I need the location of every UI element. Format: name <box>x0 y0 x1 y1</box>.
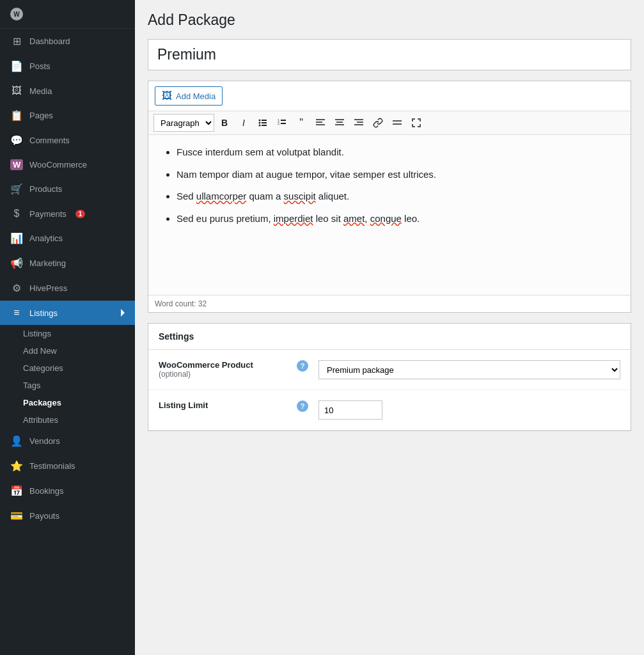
sidebar-item-woocommerce[interactable]: W WooCommerce <box>0 153 135 177</box>
blockquote-button[interactable]: " <box>292 114 310 132</box>
svg-rect-3 <box>262 122 267 123</box>
listing-limit-input[interactable] <box>318 400 382 420</box>
bold-button[interactable]: B <box>216 114 233 132</box>
sidebar-sub-packages[interactable]: Packages <box>0 394 135 411</box>
sidebar-item-label: Products <box>29 184 62 194</box>
listings-submenu: Listings Add New Categories Tags Package… <box>0 325 135 429</box>
sidebar-item-payouts[interactable]: 💳 Payouts <box>0 503 135 528</box>
payments-icon: $ <box>10 208 23 219</box>
sidebar-item-media[interactable]: 🖼 Media <box>0 79 135 103</box>
settings-row-woocommerce-product: WooCommerce Product (optional) ? Premium… <box>148 350 631 390</box>
svg-rect-20 <box>393 123 402 125</box>
sidebar-sub-add-new[interactable]: Add New <box>0 342 135 359</box>
unordered-list-button[interactable] <box>254 114 272 132</box>
ordered-list-button[interactable]: 1.2. <box>273 114 291 132</box>
sidebar-item-analytics[interactable]: 📊 Analytics <box>0 226 135 251</box>
settings-label-sub-product: (optional) <box>159 370 287 379</box>
svg-rect-18 <box>354 124 363 125</box>
settings-label-limit: Listing Limit <box>159 400 287 410</box>
editor-list-item-2: Nam tempor diam at augue tempor, vitae s… <box>177 168 618 182</box>
editor-list-item-3: Sed ullamcorper quam a suscipit aliquet. <box>177 189 618 204</box>
editor-toolbar: Paragraph B I 1.2. " <box>148 111 631 135</box>
sidebar-sub-attributes[interactable]: Attributes <box>0 411 135 429</box>
page-title: Add Package <box>135 0 644 39</box>
package-title-input[interactable] <box>148 39 631 70</box>
svg-rect-7 <box>281 120 286 121</box>
settings-field-col-limit <box>318 400 620 420</box>
analytics-icon: 📊 <box>10 232 23 244</box>
main-content: Add Package 🖼 Add Media Paragraph B I <box>135 0 644 655</box>
settings-help-limit[interactable]: ? <box>297 400 308 412</box>
active-arrow-icon <box>121 309 125 317</box>
spellcheck-imperdiet: imperdiet <box>274 213 313 224</box>
editor-content[interactable]: Fusce interdum sem at volutpat blandit. … <box>148 135 631 295</box>
sidebar-item-dashboard[interactable]: ⊞ Dashboard <box>0 29 135 54</box>
svg-text:2.: 2. <box>278 122 280 125</box>
settings-field-col-product: Premium package <box>318 360 620 379</box>
media-icon: 🖼 <box>10 85 23 97</box>
link-button[interactable] <box>369 114 387 132</box>
sidebar-item-label: Pages <box>29 111 53 120</box>
wp-logo-icon: W <box>10 8 23 20</box>
sidebar-item-payments[interactable]: $ Payments 1 <box>0 201 135 226</box>
hivepress-icon: ⚙ <box>10 282 23 294</box>
sidebar-item-label: Posts <box>29 61 51 71</box>
vendors-icon: 👤 <box>10 435 23 447</box>
add-media-button[interactable]: 🖼 Add Media <box>155 86 223 106</box>
svg-rect-5 <box>262 125 267 126</box>
align-left-button[interactable] <box>311 114 329 132</box>
editor-wrap: 🖼 Add Media Paragraph B I 1.2. " <box>148 81 631 313</box>
svg-rect-16 <box>354 119 363 120</box>
svg-rect-17 <box>357 122 363 123</box>
spellcheck-amet: amet <box>343 213 365 224</box>
svg-point-4 <box>259 125 261 127</box>
sidebar-item-vendors[interactable]: 👤 Vendors <box>0 429 135 454</box>
sidebar-item-label: WooCommerce <box>29 160 87 170</box>
svg-rect-13 <box>335 119 344 120</box>
sidebar-nav: ⊞ Dashboard 📄 Posts 🖼 Media 📋 Pages 💬 Co… <box>0 29 135 528</box>
italic-button[interactable]: I <box>235 114 253 132</box>
svg-rect-28 <box>420 124 421 127</box>
settings-row-listing-limit: Listing Limit ? <box>148 390 631 430</box>
sidebar-item-listings[interactable]: ≡ Listings <box>0 301 135 325</box>
sidebar-sub-listings[interactable]: Listings <box>0 325 135 342</box>
sidebar-item-products[interactable]: 🛒 Products <box>0 177 135 201</box>
sidebar: W ⊞ Dashboard 📄 Posts 🖼 Media 📋 Pages 💬 … <box>0 0 135 655</box>
products-icon: 🛒 <box>10 183 23 195</box>
editor-list-item-1: Fusce interdum sem at volutpat blandit. <box>177 145 618 160</box>
more-button[interactable] <box>388 114 406 132</box>
payments-badge: 1 <box>75 210 86 218</box>
settings-label-col-limit: Listing Limit <box>159 400 287 410</box>
sidebar-item-hivepress[interactable]: ⚙ HivePress <box>0 276 135 301</box>
svg-rect-19 <box>393 120 402 122</box>
sidebar-item-posts[interactable]: 📄 Posts <box>0 54 135 79</box>
fullscreen-button[interactable] <box>407 114 425 132</box>
add-media-bar: 🖼 Add Media <box>148 81 631 111</box>
sidebar-item-marketing[interactable]: 📢 Marketing <box>0 251 135 276</box>
woocommerce-icon: W <box>10 159 23 170</box>
sidebar-item-label: Media <box>29 86 52 96</box>
paragraph-select[interactable]: Paragraph <box>153 114 214 132</box>
woocommerce-product-select[interactable]: Premium package <box>318 360 620 379</box>
align-center-button[interactable] <box>331 114 349 132</box>
svg-rect-26 <box>412 124 413 127</box>
settings-label-col-product: WooCommerce Product (optional) <box>159 360 287 379</box>
svg-point-2 <box>259 122 261 124</box>
sidebar-item-testimonials[interactable]: ⭐ Testimonials <box>0 454 135 478</box>
svg-rect-1 <box>262 120 267 121</box>
sidebar-sub-tags[interactable]: Tags <box>0 377 135 394</box>
align-right-button[interactable] <box>350 114 368 132</box>
settings-help-product[interactable]: ? <box>297 360 308 372</box>
word-count-value: 32 <box>198 299 207 308</box>
settings-title: Settings <box>148 324 631 350</box>
sidebar-item-comments[interactable]: 💬 Comments <box>0 128 135 153</box>
sidebar-item-bookings[interactable]: 📅 Bookings <box>0 478 135 503</box>
comments-icon: 💬 <box>10 134 23 146</box>
svg-rect-9 <box>281 123 286 124</box>
sidebar-item-label: HivePress <box>29 283 67 293</box>
sidebar-sub-categories[interactable]: Categories <box>0 359 135 377</box>
pages-icon: 📋 <box>10 109 23 122</box>
sidebar-item-pages[interactable]: 📋 Pages <box>0 103 135 128</box>
spellcheck-congue: congue <box>370 213 402 224</box>
add-media-label: Add Media <box>176 91 216 101</box>
